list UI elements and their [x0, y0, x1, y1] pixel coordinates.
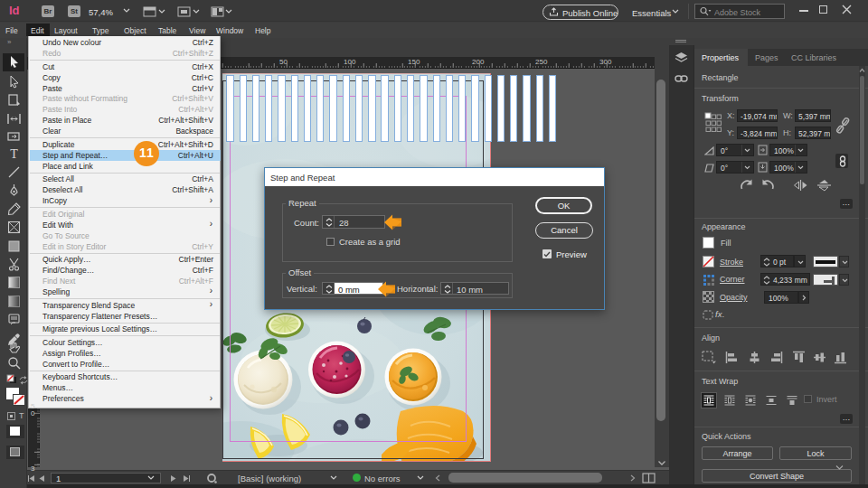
svg-text:T: T [10, 147, 18, 160]
